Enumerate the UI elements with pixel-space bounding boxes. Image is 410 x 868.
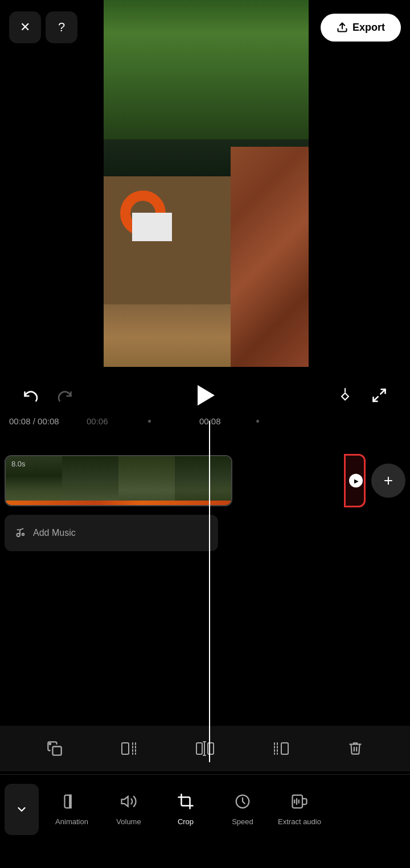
strip-frame-3 xyxy=(118,456,175,505)
crop-label: Crop xyxy=(178,817,194,826)
extract-audio-label: Extract audio xyxy=(278,817,321,826)
speed-icon xyxy=(234,793,251,814)
split-button[interactable] xyxy=(189,733,221,764)
time-marker-06: 00:06 xyxy=(87,416,108,426)
top-bar: ✕ ? Export xyxy=(0,0,410,46)
extract-audio-icon xyxy=(291,793,308,814)
playhead-line xyxy=(209,421,210,762)
strip-end-highlight xyxy=(344,454,366,507)
svg-point-6 xyxy=(22,533,24,535)
copy-icon xyxy=(47,741,63,757)
music-icon xyxy=(14,526,26,541)
video-preview xyxy=(104,0,309,367)
time-current: 00:08 / 00:08 xyxy=(9,416,59,426)
fullscreen-icon xyxy=(371,387,387,403)
strip-frame-4 xyxy=(175,456,231,505)
keyframe-icon xyxy=(336,386,354,404)
export-icon xyxy=(337,22,348,33)
strip-duration-label: 8.0s xyxy=(11,460,26,468)
redo-icon xyxy=(57,387,73,403)
undo-button[interactable] xyxy=(17,382,44,409)
animation-label: Animation xyxy=(55,817,88,826)
help-button[interactable]: ? xyxy=(46,11,77,43)
volume-icon xyxy=(120,793,137,814)
export-label: Export xyxy=(352,22,385,34)
nav-collapse-button[interactable] xyxy=(5,784,39,835)
keyframe-button[interactable] xyxy=(331,382,359,409)
nav-item-extract-audio[interactable]: Extract audio xyxy=(271,784,328,835)
add-music-row[interactable]: Add Music xyxy=(5,515,218,551)
split-right-button[interactable] xyxy=(264,733,296,764)
scene-box xyxy=(132,213,172,241)
undo-icon xyxy=(23,387,39,403)
volume-label: Volume xyxy=(116,817,141,826)
split-left-button[interactable] xyxy=(114,733,146,764)
bottom-nav: Animation Volume Crop xyxy=(0,774,410,868)
time-labels: 00:08 / 00:08 00:06 00:08 xyxy=(0,410,410,432)
animation-icon xyxy=(63,793,80,814)
video-strip-container: 8.0s xyxy=(5,455,364,506)
nav-item-volume[interactable]: Volume xyxy=(100,784,157,835)
speed-label: Speed xyxy=(232,817,253,826)
top-left-buttons: ✕ ? xyxy=(9,11,77,43)
crop-icon xyxy=(177,793,194,814)
collapse-icon xyxy=(15,803,28,816)
nav-item-speed[interactable]: Speed xyxy=(214,784,271,835)
export-button[interactable]: Export xyxy=(321,14,401,42)
svg-marker-2 xyxy=(342,393,348,400)
strip-end-arrow[interactable] xyxy=(349,474,363,487)
time-dot-2 xyxy=(256,420,259,423)
video-scene xyxy=(104,0,309,367)
close-button[interactable]: ✕ xyxy=(9,11,41,43)
scene-brick xyxy=(231,147,309,367)
bottom-nav-inner: Animation Volume Crop xyxy=(0,775,410,868)
delete-clip-button[interactable] xyxy=(339,733,371,764)
svg-rect-13 xyxy=(196,743,202,754)
play-icon xyxy=(198,385,215,406)
delete-icon xyxy=(348,741,363,757)
strip-frame-2 xyxy=(62,456,118,505)
svg-rect-8 xyxy=(53,747,62,755)
fullscreen-button[interactable] xyxy=(366,382,393,409)
split-left-icon xyxy=(121,741,138,757)
add-clip-button[interactable]: + xyxy=(371,464,405,498)
video-strip[interactable]: 8.0s xyxy=(5,455,232,506)
strip-orange-bar xyxy=(6,501,231,505)
play-button[interactable] xyxy=(189,379,221,411)
svg-rect-18 xyxy=(281,743,288,754)
nav-item-animation[interactable]: Animation xyxy=(43,784,100,835)
svg-rect-10 xyxy=(122,743,129,754)
redo-button[interactable] xyxy=(51,382,79,409)
copy-clip-button[interactable] xyxy=(39,733,71,764)
add-music-label: Add Music xyxy=(33,528,76,538)
split-icon xyxy=(196,741,214,757)
clip-toolbar xyxy=(0,726,410,771)
strip-frames xyxy=(6,456,231,505)
svg-point-9 xyxy=(50,743,51,745)
split-right-icon xyxy=(272,741,289,757)
nav-item-crop[interactable]: Crop xyxy=(157,784,214,835)
time-dot-1 xyxy=(148,420,151,423)
svg-marker-23 xyxy=(122,796,128,807)
